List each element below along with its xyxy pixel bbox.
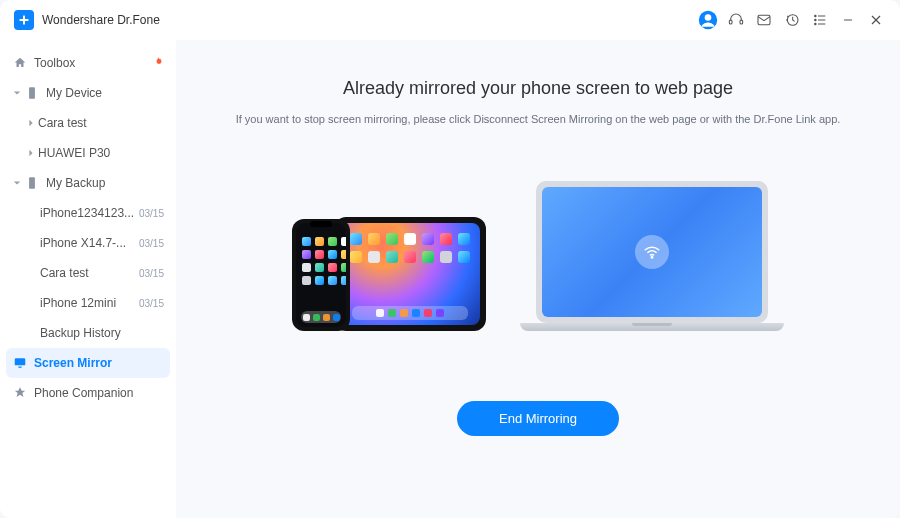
laptop-graphic [520,181,784,331]
chevron-right-icon [26,149,36,157]
wifi-icon [635,235,669,269]
sidebar-label: My Backup [46,176,164,190]
app-logo [14,10,34,30]
sidebar-item-screen-mirror[interactable]: Screen Mirror [6,348,170,378]
close-button[interactable] [862,6,890,34]
app-title: Wondershare Dr.Fone [42,13,160,27]
svg-rect-17 [29,87,35,99]
sidebar-label: iPhone 12mini [40,296,135,310]
sidebar-item-phone-companion[interactable]: Phone Companion [6,378,170,408]
companion-icon [12,385,28,401]
page-subtext: If you want to stop screen mirroring, pl… [236,113,841,125]
svg-rect-6 [758,15,770,24]
svg-point-12 [815,23,816,24]
hot-icon [152,56,164,71]
mail-icon[interactable] [750,6,778,34]
sidebar-backup-item[interactable]: iPhone X14.7-... 03/15 [6,228,170,258]
sidebar-label: Toolbox [34,56,152,70]
sidebar-device-item[interactable]: Cara test [6,108,170,138]
svg-point-3 [705,14,712,21]
chevron-down-icon [12,89,22,97]
device-group [292,217,486,331]
menu-icon[interactable] [806,6,834,34]
support-icon[interactable] [722,6,750,34]
sidebar-label: Phone Companion [34,386,164,400]
minimize-button[interactable] [834,6,862,34]
svg-rect-20 [18,367,22,368]
page-heading: Already mirrored your phone screen to we… [343,78,733,99]
mirror-icon [12,355,28,371]
chevron-down-icon [12,179,22,187]
main-panel: Already mirrored your phone screen to we… [176,40,900,518]
sidebar-item-backup-history[interactable]: Backup History [6,318,170,348]
svg-rect-18 [29,177,35,189]
titlebar: Wondershare Dr.Fone [0,0,900,40]
mirroring-illustration [292,181,784,331]
sidebar-label: My Device [46,86,164,100]
sidebar-label: Cara test [40,266,135,280]
backup-date: 03/15 [139,298,164,309]
backup-icon [24,175,40,191]
home-icon [12,55,28,71]
sidebar-backup-item[interactable]: Cara test 03/15 [6,258,170,288]
sidebar-label: iPhone1234123... [40,206,135,220]
tablet-graphic [334,217,486,331]
sidebar-label: HUAWEI P30 [38,146,164,160]
sidebar-item-my-device[interactable]: My Device [6,78,170,108]
backup-date: 03/15 [139,208,164,219]
sidebar-label: Backup History [40,326,164,340]
backup-date: 03/15 [139,238,164,249]
svg-rect-1 [20,19,29,21]
account-icon[interactable] [694,6,722,34]
chevron-right-icon [26,119,36,127]
svg-point-8 [815,15,816,16]
sidebar-item-my-backup[interactable]: My Backup [6,168,170,198]
sidebar-backup-item[interactable]: iPhone1234123... 03/15 [6,198,170,228]
sidebar-backup-item[interactable]: iPhone 12mini 03/15 [6,288,170,318]
sidebar-item-toolbox[interactable]: Toolbox [6,48,170,78]
sidebar: Toolbox My Device Cara test HUAWEI P30 M… [0,40,176,518]
sidebar-device-item[interactable]: HUAWEI P30 [6,138,170,168]
end-mirroring-button[interactable]: End Mirroring [457,401,619,436]
svg-point-21 [651,257,653,259]
svg-point-10 [815,19,816,20]
backup-date: 03/15 [139,268,164,279]
sidebar-label: Cara test [38,116,164,130]
svg-rect-19 [15,358,26,365]
sidebar-label: iPhone X14.7-... [40,236,135,250]
phone-graphic [292,219,350,331]
phone-icon [24,85,40,101]
sidebar-label: Screen Mirror [34,356,164,370]
history-icon[interactable] [778,6,806,34]
